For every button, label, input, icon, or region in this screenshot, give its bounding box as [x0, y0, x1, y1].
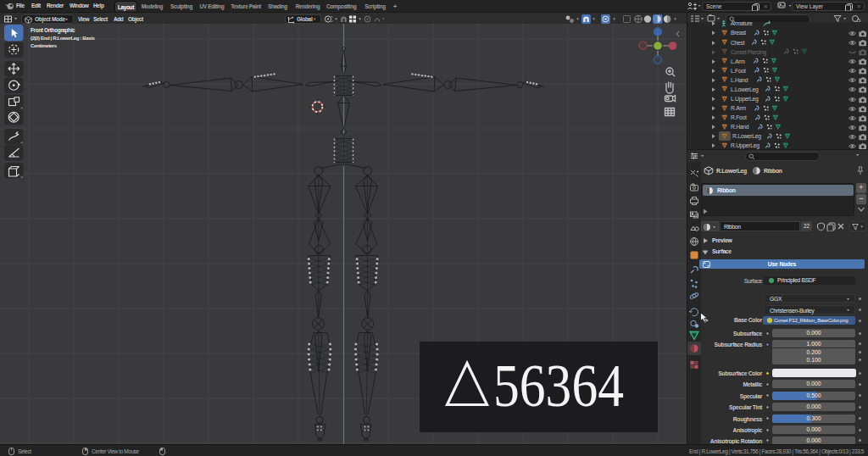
- svg-text:56364: 56364: [493, 351, 624, 419]
